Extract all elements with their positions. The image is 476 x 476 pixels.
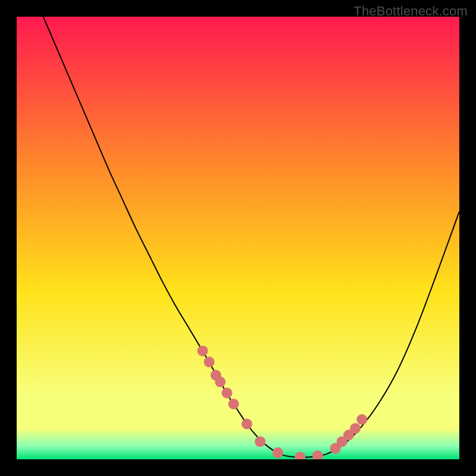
marker-dot: [215, 377, 226, 387]
marker-dot: [228, 399, 239, 409]
marker-dot: [356, 414, 367, 425]
watermark-text: TheBottleneck.com: [353, 4, 468, 19]
marker-dot: [221, 387, 232, 398]
chart-frame: TheBottleneck.com: [0, 0, 476, 476]
marker-dot: [198, 346, 208, 356]
gradient-rect: [17, 17, 459, 459]
marker-dot: [350, 423, 361, 434]
marker-dot: [204, 356, 215, 367]
gradient-background-and-curve: [17, 17, 459, 459]
marker-dot: [273, 447, 283, 458]
plot-area: [17, 17, 459, 459]
marker-dot: [242, 419, 252, 430]
marker-dot: [255, 436, 265, 447]
